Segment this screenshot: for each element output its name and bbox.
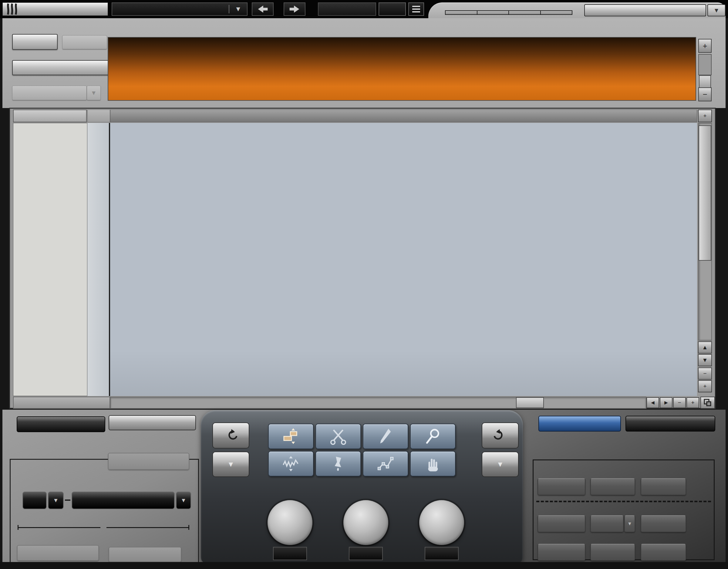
line-nodes-tool-button[interactable] <box>363 451 408 476</box>
chevron-down-icon: ▼ <box>91 89 97 96</box>
overview-zoom-out-button[interactable]: − <box>698 87 712 101</box>
magnifier-icon <box>423 428 443 445</box>
pitch-editor: + ▲ ▼ − + ◄ ► − + <box>9 108 716 409</box>
hand-icon <box>423 455 443 473</box>
stat-column <box>87 123 110 396</box>
zoom-tool-button[interactable] <box>410 424 456 449</box>
cascade-windows-icon <box>704 399 712 407</box>
note-transition-knob[interactable] <box>343 500 388 545</box>
waves-logo <box>2 2 108 16</box>
waveform-dropdown-arrow[interactable]: ▼ <box>624 515 635 532</box>
glue-tool-button[interactable] <box>315 451 361 476</box>
scale-dropdown-arrow[interactable]: ▼ <box>176 492 191 509</box>
overview-zoom-in-button[interactable]: + <box>698 39 712 53</box>
note-shift-tool-button[interactable] <box>268 424 314 449</box>
speed-knob[interactable] <box>268 500 312 545</box>
pencil-icon <box>376 428 395 445</box>
arrow-right-icon <box>288 4 301 14</box>
reference-field[interactable] <box>12 34 58 50</box>
apply-button[interactable] <box>108 453 189 470</box>
receive-midi-button[interactable] <box>13 109 87 122</box>
undo-history-button[interactable]: ▼ <box>212 452 249 477</box>
chevron-down-icon: ▼ <box>627 521 632 527</box>
horizontal-scrollbar-thumb[interactable] <box>516 397 544 408</box>
menu-button[interactable] <box>408 2 424 16</box>
chevron-down-icon[interactable]: ▼ <box>235 5 241 13</box>
timeline-ruler[interactable] <box>110 109 697 122</box>
ratio-value-field[interactable] <box>425 547 459 560</box>
note-transition-value-field[interactable] <box>349 547 383 560</box>
pitch-curves-layer <box>110 123 697 396</box>
scissors-icon <box>329 428 348 445</box>
vibrato-tolerance-button[interactable] <box>109 547 181 562</box>
preset-selector[interactable]: ▼ <box>112 2 248 16</box>
natural-field[interactable] <box>538 478 585 495</box>
chevron-down-icon: ▼ <box>227 460 234 469</box>
undo-icon <box>224 429 238 443</box>
save-button[interactable] <box>379 2 406 16</box>
time-format-dropdown[interactable]: ▼ <box>707 4 726 16</box>
shift-field[interactable] <box>62 35 107 49</box>
redo-button[interactable] <box>482 423 519 449</box>
undo-button[interactable] <box>212 423 249 449</box>
vertical-zoom-out-button[interactable]: − <box>698 368 712 380</box>
overview-zoom-track[interactable] <box>698 54 712 75</box>
window-cascade-button[interactable] <box>700 397 715 409</box>
next-preset-button[interactable] <box>284 2 305 16</box>
overview-zoom-thumb[interactable] <box>699 75 711 88</box>
song-overview-strip[interactable] <box>108 37 696 101</box>
horizontal-zoom-in-button[interactable]: + <box>686 397 699 408</box>
root-note-dropdown[interactable] <box>22 492 47 509</box>
top-toolbar: ▼ ▼ <box>0 0 728 18</box>
scroll-left-button[interactable]: ◄ <box>646 397 659 408</box>
vibrato-attack-field[interactable] <box>590 478 635 495</box>
horizontal-zoom-out-button[interactable]: − <box>673 397 686 408</box>
glue-icon <box>329 455 348 473</box>
vibrato-attack2-field[interactable] <box>590 544 635 561</box>
arrow-left-icon <box>257 4 269 14</box>
chevron-down-icon: ▼ <box>497 460 504 469</box>
vertical-scrollbar-thumb[interactable] <box>699 125 711 261</box>
previous-preset-button[interactable] <box>252 2 274 16</box>
formant-mode-button[interactable] <box>12 60 112 75</box>
upper-controls-section: ▼ + − <box>2 18 726 108</box>
meter-bar <box>445 10 572 15</box>
waves-tune-lt-window: ▼ ▼ ▼ + <box>0 0 728 569</box>
bottom-edge <box>0 562 728 569</box>
horizontal-scrollbar[interactable] <box>110 397 646 409</box>
hand-tool-button[interactable] <box>410 451 456 476</box>
export-midi-button[interactable] <box>318 2 376 16</box>
clear-selection-button[interactable] <box>109 415 196 430</box>
scroll-down-button[interactable]: ▼ <box>698 354 712 366</box>
vertical-zoom-in-button[interactable]: + <box>698 380 712 392</box>
chevron-down-icon: ▼ <box>181 497 187 504</box>
scissors-tool-button[interactable] <box>315 424 361 449</box>
redo-history-button[interactable]: ▼ <box>482 452 519 477</box>
synth-field[interactable] <box>538 515 585 532</box>
piano-keyboard[interactable] <box>13 123 87 396</box>
scroll-right-button[interactable]: ► <box>660 397 672 408</box>
scroll-up-button[interactable]: ▲ <box>698 342 712 354</box>
speed-value-field[interactable] <box>273 547 307 560</box>
line-nodes-icon <box>376 455 395 473</box>
predelay-field[interactable] <box>538 544 585 561</box>
range-dropdown[interactable] <box>12 86 87 100</box>
redo-icon <box>493 429 507 443</box>
root-dropdown-arrow[interactable]: ▼ <box>48 492 64 509</box>
auto-scroll-button[interactable] <box>538 416 621 432</box>
pitch-curve-tool-button[interactable] <box>268 451 314 476</box>
depth-field[interactable] <box>641 515 686 532</box>
time-display <box>584 4 706 16</box>
waveform-dropdown[interactable] <box>590 515 624 532</box>
scale-dropdown[interactable] <box>72 492 175 509</box>
rate-field[interactable] <box>641 544 686 561</box>
amount-field[interactable] <box>641 478 686 495</box>
select-all-button[interactable] <box>17 416 105 432</box>
note-tolerance-field[interactable] <box>17 545 99 561</box>
pencil-tool-button[interactable] <box>363 424 408 449</box>
editor-zoom-in-top-button[interactable]: + <box>698 109 712 122</box>
waves-logo-icon <box>6 3 19 15</box>
ratio-knob[interactable] <box>419 500 464 545</box>
range-dropdown-arrow[interactable]: ▼ <box>87 86 101 100</box>
edit-scale-button[interactable] <box>13 397 110 409</box>
